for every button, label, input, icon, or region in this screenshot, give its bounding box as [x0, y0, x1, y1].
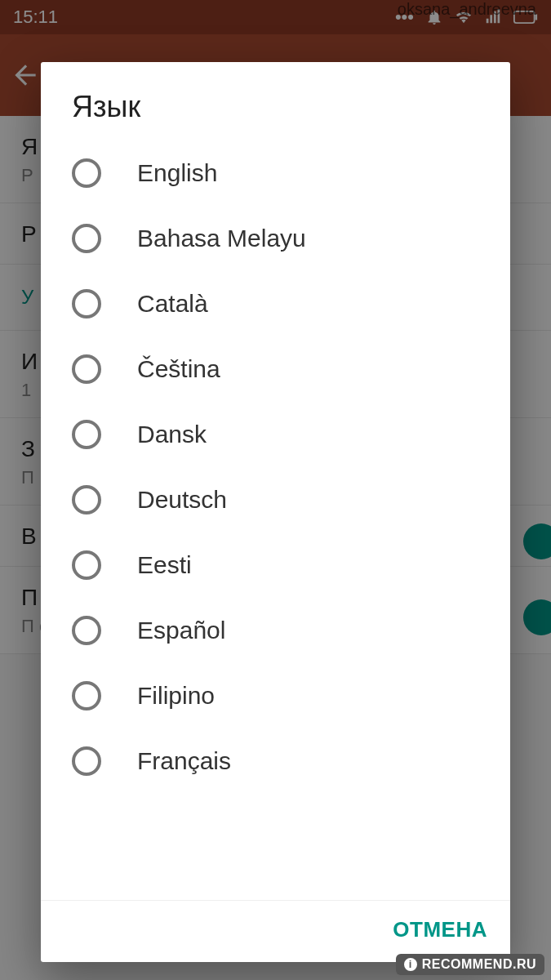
radio-icon [72, 224, 101, 253]
radio-icon [72, 681, 101, 710]
radio-icon [72, 550, 101, 580]
radio-icon [72, 420, 101, 449]
language-option[interactable]: Català [41, 271, 510, 336]
language-label: Español [137, 617, 225, 644]
language-list: EnglishBahasa MelayuCatalàČeštinaDanskDe… [41, 140, 510, 901]
language-label: Filipino [137, 682, 215, 710]
language-option[interactable]: Eesti [41, 532, 510, 598]
language-option[interactable]: English [41, 140, 510, 206]
cancel-button[interactable]: ОТМЕНА [393, 917, 487, 942]
radio-icon [72, 354, 101, 384]
dialog-actions: ОТМЕНА [41, 901, 510, 962]
watermark-site-label: RECOMMEND.RU [422, 957, 536, 972]
language-label: Čeština [137, 355, 220, 383]
language-option[interactable]: Français [41, 728, 510, 794]
radio-icon [72, 746, 101, 776]
language-label: Bahasa Melayu [137, 225, 306, 252]
language-label: Dansk [137, 421, 207, 448]
radio-icon [72, 616, 101, 645]
language-option[interactable]: Bahasa Melayu [41, 206, 510, 271]
language-option[interactable]: Español [41, 598, 510, 663]
radio-icon [72, 289, 101, 318]
dialog-title: Язык [41, 62, 510, 140]
language-option[interactable]: Deutsch [41, 467, 510, 532]
language-label: Català [137, 290, 208, 318]
radio-icon [72, 485, 101, 514]
language-dialog: Язык EnglishBahasa MelayuCatalàČeštinaDa… [41, 62, 510, 962]
radio-icon [72, 158, 101, 188]
language-label: Deutsch [137, 486, 227, 514]
language-option[interactable]: Filipino [41, 663, 510, 728]
language-option[interactable]: Čeština [41, 336, 510, 402]
watermark-username: oksana_andreevna [398, 0, 536, 19]
watermark-site: i RECOMMEND.RU [396, 954, 544, 975]
language-label: Français [137, 747, 231, 775]
language-label: English [137, 159, 217, 187]
info-icon: i [404, 958, 417, 971]
language-label: Eesti [137, 551, 192, 579]
language-option[interactable]: Dansk [41, 402, 510, 467]
